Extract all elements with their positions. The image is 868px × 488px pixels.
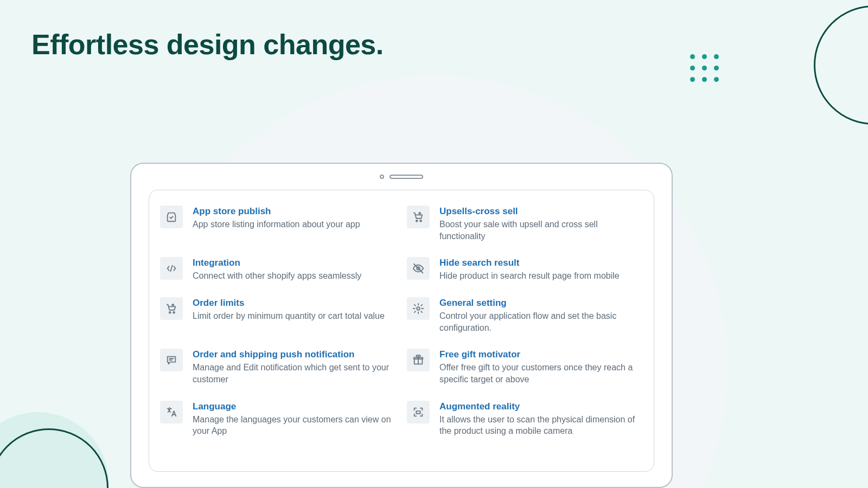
setting-title: Hide search result — [439, 257, 643, 269]
svg-point-4 — [173, 312, 175, 313]
tablet-notch — [131, 164, 672, 190]
cart-limit-icon — [160, 297, 183, 320]
setting-title: Order and shipping push notification — [193, 349, 396, 361]
setting-title: Upsells-cross sell — [439, 206, 643, 217]
eye-off-icon — [407, 257, 430, 280]
gift-icon — [407, 349, 430, 371]
setting-title: Augmented reality — [439, 401, 643, 413]
svg-point-3 — [169, 312, 171, 313]
setting-hide-search-result[interactable]: Hide search result Hide product in searc… — [407, 257, 643, 282]
store-icon — [160, 206, 183, 228]
setting-language[interactable]: Language Manage the languages your custo… — [160, 401, 396, 437]
setting-desc: Manage the languages your customers can … — [193, 414, 396, 437]
language-icon — [160, 401, 183, 423]
message-icon — [160, 349, 183, 371]
cart-up-icon — [407, 206, 430, 228]
setting-integration[interactable]: Integration Connect with other shopify a… — [160, 257, 396, 282]
gear-icon — [407, 297, 430, 320]
decorative-arc-top-right — [814, 5, 868, 125]
setting-push-notification[interactable]: Order and shipping push notification Man… — [160, 349, 396, 385]
integration-icon — [160, 257, 183, 280]
setting-desc: Manage and Edit notification which get s… — [193, 362, 396, 385]
setting-title: Language — [193, 401, 396, 413]
setting-desc: Limit order by minimum quantity or cart … — [193, 310, 396, 322]
ar-icon — [407, 401, 430, 423]
setting-title: Free gift motivator — [439, 349, 643, 361]
setting-desc: It allows the user to scan the physical … — [439, 414, 643, 437]
setting-title: Order limits — [193, 297, 396, 309]
camera-icon — [380, 175, 384, 179]
setting-desc: App store listing information about your… — [193, 219, 396, 230]
svg-point-0 — [416, 220, 418, 222]
setting-desc: Hide product in search result page from … — [439, 270, 643, 282]
setting-desc: Control your application flow and set th… — [439, 310, 643, 333]
setting-upsells-cross-sell[interactable]: Upsells-cross sell Boost your sale with … — [407, 206, 643, 242]
setting-desc: Offer free gift to your customers once t… — [439, 362, 643, 385]
setting-desc: Connect with other shopify apps seamless… — [193, 270, 396, 282]
svg-rect-8 — [416, 411, 420, 414]
setting-title: Integration — [193, 257, 396, 269]
svg-point-5 — [417, 307, 420, 310]
setting-title: App store publish — [193, 206, 396, 217]
setting-augmented-reality[interactable]: Augmented reality It allows the user to … — [407, 401, 643, 437]
setting-free-gift-motivator[interactable]: Free gift motivator Offer free gift to y… — [407, 349, 643, 385]
speaker-icon — [390, 175, 423, 179]
decorative-dots-grid — [690, 54, 719, 82]
tablet-frame: App store publish App store listing info… — [130, 163, 673, 488]
setting-general[interactable]: General setting Control your application… — [407, 297, 643, 333]
svg-point-1 — [420, 220, 422, 222]
setting-desc: Boost your sale with upsell and cross se… — [439, 219, 643, 242]
settings-panel: App store publish App store listing info… — [149, 190, 654, 472]
setting-title: General setting — [439, 297, 643, 309]
setting-app-store-publish[interactable]: App store publish App store listing info… — [160, 206, 396, 242]
setting-order-limits[interactable]: Order limits Limit order by minimum quan… — [160, 297, 396, 333]
page-title: Effortless design changes. — [31, 28, 384, 61]
